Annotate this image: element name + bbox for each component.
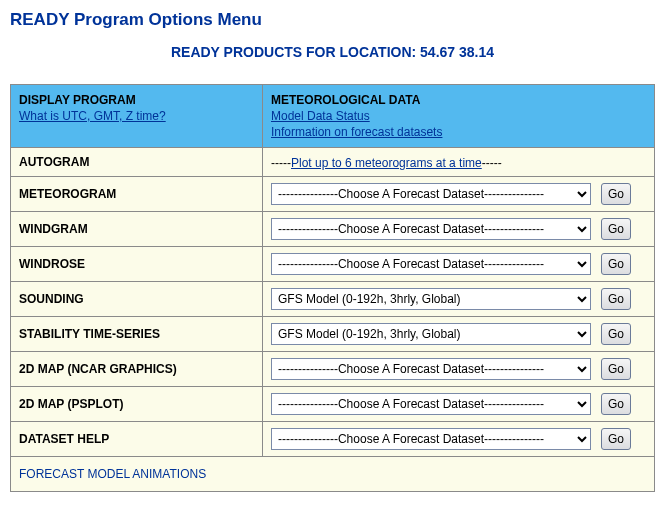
go-button[interactable]: Go	[601, 323, 631, 345]
autogram-label: AUTOGRAM	[19, 155, 89, 169]
meteorogram-select[interactable]: ---------------Choose A Forecast Dataset…	[271, 183, 591, 205]
dataset-help-select[interactable]: ---------------Choose A Forecast Dataset…	[271, 428, 591, 450]
met-data-header: METEOROLOGICAL DATA	[271, 93, 646, 107]
2dmap-ncar-select[interactable]: ---------------Choose A Forecast Dataset…	[271, 358, 591, 380]
model-data-status-link[interactable]: Model Data Status	[271, 109, 370, 123]
windgram-select[interactable]: ---------------Choose A Forecast Dataset…	[271, 218, 591, 240]
display-program-header: DISPLAY PROGRAM	[19, 93, 254, 107]
autogram-suffix: -----	[482, 156, 502, 170]
page-title: READY Program Options Menu	[10, 10, 655, 30]
autogram-cell: -----Plot up to 6 meteorograms at a time…	[263, 148, 655, 177]
row-label: 2D MAP (PSPLOT)	[19, 397, 123, 411]
2dmap-psplot-select[interactable]: ---------------Choose A Forecast Dataset…	[271, 393, 591, 415]
go-button[interactable]: Go	[601, 393, 631, 415]
row-label: DATASET HELP	[19, 432, 109, 446]
location-subtitle: READY PRODUCTS FOR LOCATION: 54.67 38.14	[10, 44, 655, 60]
plot-meteorograms-link[interactable]: Plot up to 6 meteorograms at a time	[291, 156, 482, 170]
go-button[interactable]: Go	[601, 358, 631, 380]
windrose-select[interactable]: ---------------Choose A Forecast Dataset…	[271, 253, 591, 275]
go-button[interactable]: Go	[601, 288, 631, 310]
forecast-animations-header: FORECAST MODEL ANIMATIONS	[11, 457, 655, 492]
sounding-select[interactable]: ---------------Choose A Forecast Dataset…	[271, 288, 591, 310]
row-label: STABILITY TIME-SERIES	[19, 327, 160, 341]
row-label: WINDROSE	[19, 257, 85, 271]
row-label: SOUNDING	[19, 292, 84, 306]
row-label: 2D MAP (NCAR GRAPHICS)	[19, 362, 177, 376]
row-label: METEOROGRAM	[19, 187, 116, 201]
utc-info-link[interactable]: What is UTC, GMT, Z time?	[19, 109, 166, 123]
autogram-prefix: -----	[271, 156, 291, 170]
go-button[interactable]: Go	[601, 183, 631, 205]
header-left-cell: DISPLAY PROGRAM What is UTC, GMT, Z time…	[11, 85, 263, 148]
go-button[interactable]: Go	[601, 253, 631, 275]
go-button[interactable]: Go	[601, 218, 631, 240]
go-button[interactable]: Go	[601, 428, 631, 450]
header-right-cell: METEOROLOGICAL DATA Model Data Status In…	[263, 85, 655, 148]
row-label: WINDGRAM	[19, 222, 88, 236]
stability-select[interactable]: ---------------Choose A Forecast Dataset…	[271, 323, 591, 345]
forecast-datasets-info-link[interactable]: Information on forecast datasets	[271, 125, 442, 139]
options-table: DISPLAY PROGRAM What is UTC, GMT, Z time…	[10, 84, 655, 492]
